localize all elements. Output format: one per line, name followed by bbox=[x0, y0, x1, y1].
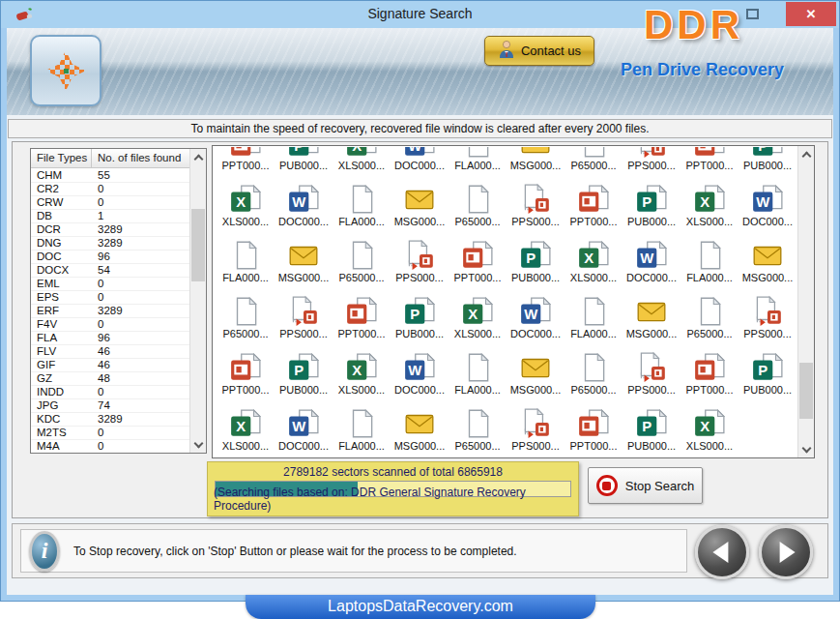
file-item[interactable]: P65000... bbox=[565, 147, 622, 171]
table-row[interactable]: GZ48 bbox=[31, 372, 189, 386]
table-row[interactable]: KDC3289 bbox=[31, 413, 189, 427]
file-item[interactable]: FLA000... bbox=[217, 239, 274, 283]
table-row[interactable]: M2TS0 bbox=[31, 427, 189, 440]
back-button[interactable] bbox=[695, 525, 749, 579]
file-item[interactable]: X XLS000... bbox=[217, 183, 274, 227]
table-row[interactable]: M4A0 bbox=[31, 440, 189, 453]
file-item[interactable]: FLA000... bbox=[565, 295, 622, 339]
column-header-file-types[interactable]: File Types bbox=[31, 149, 92, 167]
table-scrollbar-thumb[interactable] bbox=[191, 209, 205, 281]
file-item[interactable]: PPT000... bbox=[449, 239, 506, 283]
file-item[interactable]: W DOC000... bbox=[739, 183, 796, 227]
file-item[interactable]: PPT000... bbox=[681, 351, 738, 396]
file-item[interactable]: P65000... bbox=[333, 239, 390, 283]
file-item[interactable]: PPS000... bbox=[507, 407, 564, 452]
file-item[interactable]: W DOC000... bbox=[275, 183, 332, 227]
table-row[interactable]: CHM55 bbox=[31, 169, 189, 183]
table-row[interactable]: EPS0 bbox=[31, 291, 189, 305]
file-item[interactable]: P65000... bbox=[217, 295, 274, 339]
maximize-button[interactable] bbox=[746, 9, 759, 19]
file-item[interactable]: PPT000... bbox=[217, 351, 274, 396]
table-row[interactable]: DB1 bbox=[31, 210, 189, 223]
file-item[interactable]: P PUB000... bbox=[623, 407, 680, 452]
file-item[interactable]: PPS000... bbox=[623, 351, 680, 396]
table-scrollbar[interactable] bbox=[189, 149, 206, 453]
table-row[interactable]: F4V0 bbox=[31, 318, 189, 332]
table-row[interactable]: DOC96 bbox=[31, 251, 189, 264]
scroll-up-icon[interactable] bbox=[801, 149, 811, 159]
table-row[interactable]: DNG3289 bbox=[31, 237, 189, 251]
grid-scrollbar-thumb[interactable] bbox=[799, 363, 813, 419]
table-row[interactable]: GIF46 bbox=[31, 359, 189, 372]
file-item[interactable]: FLA000... bbox=[333, 183, 390, 227]
table-row[interactable]: ERF3289 bbox=[31, 305, 189, 318]
file-item[interactable]: X XLS000... bbox=[217, 407, 274, 452]
table-row[interactable]: CR20 bbox=[31, 183, 189, 196]
file-item[interactable]: X XLS000... bbox=[333, 147, 390, 171]
grid-scrollbar[interactable] bbox=[797, 146, 814, 457]
file-item[interactable]: MSG000... bbox=[275, 239, 332, 283]
file-item[interactable]: MSG000... bbox=[507, 147, 564, 171]
file-item[interactable]: W DOC000... bbox=[391, 351, 448, 396]
table-row[interactable]: FLA96 bbox=[31, 332, 189, 345]
file-item[interactable]: FLA000... bbox=[449, 147, 506, 171]
file-item[interactable]: P65000... bbox=[449, 407, 506, 452]
close-button[interactable]: ✕ bbox=[786, 2, 836, 26]
file-item[interactable]: PPT000... bbox=[565, 183, 622, 227]
table-row[interactable]: JPG74 bbox=[31, 399, 189, 413]
file-item[interactable]: W DOC000... bbox=[623, 239, 680, 283]
file-item[interactable]: FLA000... bbox=[333, 407, 390, 452]
table-row[interactable]: DOCX54 bbox=[31, 264, 189, 278]
file-item[interactable]: PPS000... bbox=[739, 295, 796, 339]
file-item[interactable]: W DOC000... bbox=[391, 147, 448, 171]
file-type-cell: DOC bbox=[31, 251, 92, 263]
file-item[interactable]: PPS000... bbox=[507, 183, 564, 227]
table-row[interactable]: EML0 bbox=[31, 278, 189, 291]
file-item[interactable]: PPT000... bbox=[681, 147, 738, 171]
file-item[interactable]: PPT000... bbox=[565, 407, 622, 452]
scroll-up-icon[interactable] bbox=[193, 152, 203, 162]
file-item[interactable]: X XLS000... bbox=[449, 295, 506, 339]
table-row[interactable]: DCR3289 bbox=[31, 223, 189, 237]
file-item[interactable]: PPT000... bbox=[333, 295, 390, 339]
file-item[interactable]: P65000... bbox=[681, 295, 738, 339]
file-item[interactable]: X XLS000... bbox=[565, 239, 622, 283]
scroll-down-icon[interactable] bbox=[193, 440, 203, 450]
file-item[interactable]: FLA000... bbox=[449, 351, 506, 396]
stop-search-button[interactable]: Stop Search bbox=[588, 467, 703, 504]
file-item[interactable]: X XLS000... bbox=[681, 407, 738, 452]
file-item[interactable]: MSG000... bbox=[507, 351, 564, 396]
file-item[interactable]: P PUB000... bbox=[275, 351, 332, 396]
ppt-file-icon bbox=[217, 147, 274, 160]
file-item[interactable]: PPS000... bbox=[391, 239, 448, 283]
file-item[interactable]: W DOC000... bbox=[275, 407, 332, 452]
file-item[interactable]: PPS000... bbox=[623, 147, 680, 171]
website-ribbon[interactable]: LaptopsDataRecovery.com bbox=[246, 595, 595, 619]
table-row[interactable]: FLV46 bbox=[31, 345, 189, 359]
file-item[interactable]: P65000... bbox=[565, 351, 622, 396]
file-item[interactable]: MSG000... bbox=[391, 183, 448, 227]
file-item[interactable]: X XLS000... bbox=[333, 351, 390, 396]
column-header-files-found[interactable]: No. of files found bbox=[92, 149, 189, 167]
forward-button[interactable] bbox=[759, 525, 813, 579]
file-item[interactable]: PPS000... bbox=[275, 295, 332, 339]
file-item[interactable]: MSG000... bbox=[391, 407, 448, 452]
file-item[interactable]: W DOC000... bbox=[507, 295, 564, 339]
table-row[interactable]: CRW0 bbox=[31, 196, 189, 210]
scroll-down-icon[interactable] bbox=[801, 445, 811, 455]
file-item[interactable]: P65000... bbox=[449, 183, 506, 227]
file-item[interactable]: P PUB000... bbox=[507, 239, 564, 283]
pps-file-icon bbox=[507, 183, 564, 216]
file-item[interactable]: P PUB000... bbox=[623, 183, 680, 227]
file-item[interactable]: P PUB000... bbox=[275, 147, 332, 171]
file-item[interactable]: P PUB000... bbox=[391, 295, 448, 339]
file-item[interactable]: MSG000... bbox=[739, 239, 796, 283]
file-item[interactable]: P PUB000... bbox=[739, 147, 796, 171]
table-row[interactable]: INDD0 bbox=[31, 386, 189, 399]
file-item[interactable]: FLA000... bbox=[681, 239, 738, 283]
file-item[interactable]: PPT000... bbox=[217, 147, 274, 171]
file-item[interactable]: X XLS000... bbox=[681, 183, 738, 227]
contact-us-button[interactable]: Contact us bbox=[484, 36, 594, 66]
file-item[interactable]: P PUB000... bbox=[739, 351, 796, 396]
file-item[interactable]: MSG000... bbox=[623, 295, 680, 339]
